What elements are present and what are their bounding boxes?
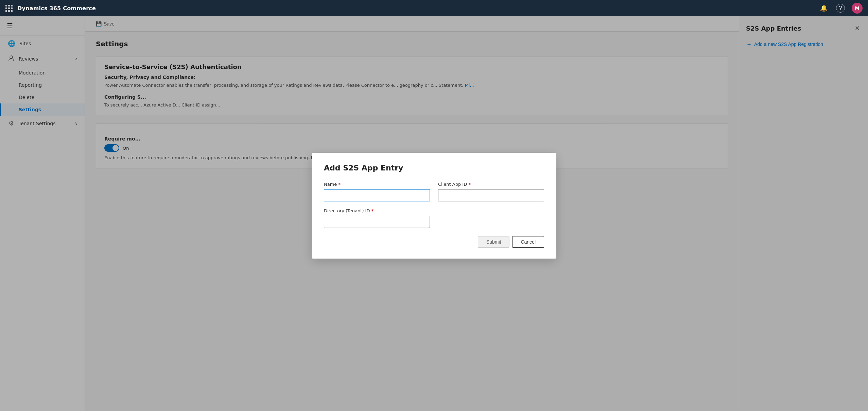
notification-icon[interactable]: 🔔 — [818, 3, 829, 14]
name-label: Name * — [324, 182, 430, 187]
modal-overlay: Add S2S App Entry Name * Client App ID *… — [0, 0, 868, 411]
client-app-id-label: Client App ID * — [438, 182, 544, 187]
client-app-id-required-star: * — [468, 182, 471, 187]
app-title: Dynamics 365 Commerce — [17, 5, 818, 12]
client-app-id-input[interactable] — [438, 189, 544, 201]
top-nav-icons: 🔔 ? M — [818, 3, 863, 14]
modal-actions: Submit Cancel — [324, 236, 544, 248]
name-input[interactable] — [324, 189, 430, 201]
submit-button[interactable]: Submit — [478, 236, 510, 248]
help-icon[interactable]: ? — [836, 4, 845, 13]
directory-tenant-id-required-star: * — [371, 208, 374, 214]
add-s2s-modal: Add S2S App Entry Name * Client App ID *… — [312, 153, 556, 259]
waffle-menu-icon[interactable] — [5, 5, 13, 12]
modal-fields-row1: Name * Client App ID * — [324, 182, 544, 201]
directory-tenant-id-input[interactable] — [324, 216, 430, 228]
top-nav: Dynamics 365 Commerce 🔔 ? M — [0, 0, 868, 16]
avatar[interactable]: M — [852, 3, 863, 14]
client-app-id-field-container: Client App ID * — [438, 182, 544, 201]
cancel-button[interactable]: Cancel — [512, 236, 544, 248]
directory-tenant-id-field-container: Directory (Tenant) ID * — [324, 208, 434, 228]
modal-title: Add S2S App Entry — [324, 164, 544, 172]
name-field-container: Name * — [324, 182, 430, 201]
directory-tenant-id-label: Directory (Tenant) ID * — [324, 208, 430, 214]
name-required-star: * — [338, 182, 341, 187]
